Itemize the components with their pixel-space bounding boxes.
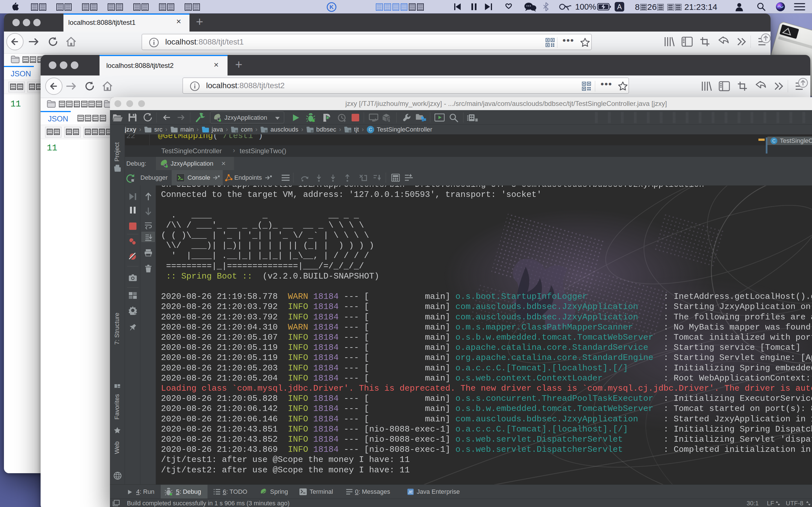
svg-text:C: C [369,127,372,132]
svg-text:C: C [772,138,775,144]
svg-text:JE: JE [408,490,413,494]
svg-text:K: K [329,4,334,10]
